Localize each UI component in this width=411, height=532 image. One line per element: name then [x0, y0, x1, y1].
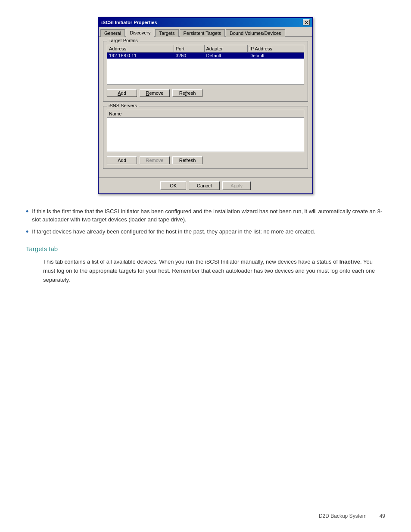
add-target-portal-button[interactable]: Add [107, 89, 137, 97]
tab-targets[interactable]: Targets [155, 29, 178, 37]
isns-servers-legend: iSNS Servers [107, 103, 139, 108]
dialog-close-button[interactable]: ✕ [303, 19, 310, 25]
target-portals-buttons: Add Remove Refresh [107, 88, 304, 98]
cell-adapter: Default [204, 53, 247, 59]
targets-section: Targets tab This tab contains a list of … [26, 245, 385, 293]
targets-description: This tab contains a list of all availabl… [43, 258, 385, 284]
product-name: D2D Backup System [319, 513, 367, 519]
tab-general[interactable]: General [100, 29, 125, 37]
tab-bound-volumes[interactable]: Bound Volumes/Devices [226, 29, 285, 37]
dialog-footer: OK Cancel Apply [99, 177, 312, 193]
col-adapter: Adapter [204, 45, 247, 53]
target-portals-group: Target Portals Address Port Adapter IP A… [103, 41, 308, 102]
target-portals-table: Address Port Adapter IP Address 192.168.… [107, 45, 304, 85]
tab-discovery[interactable]: Discovery [126, 29, 154, 37]
bullet-icon: • [26, 207, 28, 217]
list-item: • If this is the first time that the iSC… [26, 207, 385, 224]
dialog-titlebar: iSCSI Initiator Properties ✕ [99, 18, 312, 27]
isns-empty-row [107, 117, 304, 152]
targets-text-bold: Inactive [339, 258, 360, 265]
tab-persistent-targets[interactable]: Persistent Targets [180, 29, 225, 37]
targets-text-part1: This tab contains a list of all availabl… [43, 258, 339, 265]
dialog-body: Target Portals Address Port Adapter IP A… [99, 37, 312, 177]
iscsi-dialog: iSCSI Initiator Properties ✕ General Dis… [98, 17, 313, 194]
col-name: Name [107, 110, 304, 117]
cell-ip-address: Default [247, 53, 304, 59]
dialog-tabs: General Discovery Targets Persistent Tar… [99, 27, 312, 37]
refresh-isns-button[interactable]: Refresh [172, 156, 202, 164]
table-row[interactable]: 192.168.0.11 3260 Default Default [107, 53, 304, 59]
dialog-title: iSCSI Initiator Properties [101, 20, 157, 25]
empty-row [107, 59, 304, 84]
col-ip-address: IP Address [247, 45, 304, 53]
remove-isns-button[interactable]: Remove [140, 156, 170, 164]
col-port: Port [174, 45, 204, 53]
list-item: • If target devices have already been co… [26, 227, 385, 237]
add-isns-button[interactable]: Add [107, 156, 137, 164]
cell-port: 3260 [174, 53, 204, 59]
table-header-row: Address Port Adapter IP Address [107, 45, 304, 53]
bullet-icon: • [26, 227, 28, 237]
refresh-target-portal-button[interactable]: Refresh [172, 89, 202, 97]
isns-servers-table: Name [107, 110, 304, 152]
apply-button[interactable]: Apply [222, 181, 251, 190]
target-portals-legend: Target Portals [107, 38, 140, 43]
targets-heading: Targets tab [26, 245, 385, 252]
dialog-wrapper: iSCSI Initiator Properties ✕ General Dis… [26, 9, 385, 207]
isns-header-row: Name [107, 110, 304, 117]
page-number: 49 [380, 513, 385, 519]
bullet-text-2: If target devices have already been conf… [32, 227, 315, 236]
ok-button[interactable]: OK [160, 181, 186, 190]
bullet-list: • If this is the first time that the iSC… [26, 207, 385, 237]
page-footer: D2D Backup System 49 [319, 513, 385, 519]
bullet-text-1: If this is the first time that the iSCSI… [32, 207, 385, 224]
remove-target-portal-button[interactable]: Remove [140, 89, 170, 97]
cancel-button[interactable]: Cancel [189, 181, 220, 190]
cell-address: 192.168.0.11 [107, 53, 174, 59]
isns-servers-group: iSNS Servers Name [103, 106, 308, 169]
col-address: Address [107, 45, 174, 53]
isns-buttons: Add Remove Refresh [107, 156, 304, 165]
